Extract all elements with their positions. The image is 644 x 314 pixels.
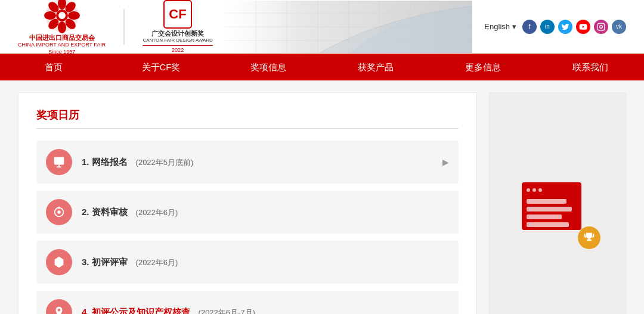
timeline-icon-2 bbox=[46, 199, 72, 225]
header-logos: 中国进出口商品交易会 CHINA IMPORT AND EXPORT FAIR … bbox=[18, 0, 213, 55]
svg-rect-36 bbox=[587, 240, 592, 241]
cf-logo-text: 广交会设计创新奖 CANTON FAIR DESIGN AWARD 2022 bbox=[143, 29, 213, 54]
youtube-icon[interactable] bbox=[576, 20, 590, 34]
nav-winners[interactable]: 获奖产品 bbox=[322, 54, 429, 80]
header: 中国进出口商品交易会 CHINA IMPORT AND EXPORT FAIR … bbox=[0, 0, 644, 54]
timeline-text-2: 2. 资料审核 (2022年6月) bbox=[82, 207, 178, 218]
award-graphic bbox=[522, 182, 593, 242]
svg-point-3 bbox=[68, 11, 80, 20]
linkedin-icon[interactable]: in bbox=[540, 20, 555, 34]
doc-line-1 bbox=[527, 199, 566, 204]
main-logo-icon bbox=[44, 0, 80, 33]
cf-logo: CF 广交会设计创新奖 CANTON FAIR DESIGN AWARD 202… bbox=[143, 0, 213, 54]
navbar: 首页 关于CF奖 奖项信息 获奖产品 更多信息 联系我们 bbox=[0, 54, 644, 80]
nav-award-info[interactable]: 奖项信息 bbox=[215, 54, 322, 80]
timeline-item-4[interactable]: 4. 初评公示及知识产权核查 (2022年6月-7月) bbox=[36, 291, 459, 314]
building-decoration bbox=[225, 1, 472, 53]
language-arrow: ▾ bbox=[512, 22, 516, 31]
right-image-area bbox=[490, 93, 626, 314]
nav-home[interactable]: 首页 bbox=[0, 54, 107, 80]
left-panel: 奖项日历 1. 网络报名 (2022年5月底前) ▶ 2. 资料审核 (2022… bbox=[18, 92, 477, 314]
logo-divider bbox=[123, 9, 125, 45]
main-logo: 中国进出口商品交易会 CHINA IMPORT AND EXPORT FAIR … bbox=[18, 0, 106, 55]
svg-point-34 bbox=[58, 309, 61, 312]
vk-icon[interactable]: vk bbox=[612, 20, 626, 34]
cf-logo-icon: CF bbox=[163, 0, 193, 29]
doc-dot-3 bbox=[538, 188, 542, 192]
svg-rect-25 bbox=[597, 23, 605, 30]
timeline-text-4: 4. 初评公示及知识产权核查 (2022年6月-7月) bbox=[82, 307, 255, 315]
svg-point-7 bbox=[44, 11, 56, 20]
doc-lines bbox=[527, 199, 577, 227]
nav-contact[interactable]: 联系我们 bbox=[537, 54, 644, 80]
doc-dot-2 bbox=[532, 188, 536, 192]
doc-dot-1 bbox=[527, 188, 530, 192]
doc-line-4 bbox=[527, 222, 569, 227]
timeline-icon-3 bbox=[46, 249, 72, 275]
main-logo-text: 中国进出口商品交易会 CHINA IMPORT AND EXPORT FAIR … bbox=[18, 33, 106, 56]
header-top-right: English ▾ f in vk bbox=[484, 20, 626, 34]
svg-rect-35 bbox=[588, 238, 591, 240]
right-sidebar: 奖项条款 bbox=[489, 92, 626, 314]
svg-text:CF: CF bbox=[169, 7, 186, 21]
doc-dots bbox=[527, 188, 577, 192]
doc-line-3 bbox=[527, 214, 562, 219]
timeline-text-1: 1. 网络报名 (2022年5月底前) bbox=[82, 157, 193, 168]
instagram-icon[interactable] bbox=[594, 20, 608, 34]
timeline-icon-1 bbox=[46, 149, 72, 175]
language-label: English bbox=[484, 22, 510, 31]
language-selector[interactable]: English ▾ bbox=[484, 22, 516, 31]
award-document bbox=[522, 182, 581, 230]
nav-more[interactable]: 更多信息 bbox=[429, 54, 537, 80]
svg-point-10 bbox=[58, 12, 66, 19]
svg-rect-28 bbox=[54, 157, 64, 165]
svg-point-32 bbox=[57, 210, 61, 214]
timeline-item-2[interactable]: 2. 资料审核 (2022年6月) bbox=[36, 191, 459, 234]
svg-point-26 bbox=[600, 25, 603, 28]
timeline-icon-4 bbox=[46, 299, 72, 314]
facebook-icon[interactable]: f bbox=[522, 20, 537, 34]
main-container: 奖项日历 1. 网络报名 (2022年5月底前) ▶ 2. 资料审核 (2022… bbox=[0, 80, 644, 314]
timeline-text-3: 3. 初评评审 (2022年6月) bbox=[82, 257, 178, 268]
twitter-icon[interactable] bbox=[558, 20, 572, 34]
social-icons-group: f in vk bbox=[522, 20, 626, 34]
doc-line-2 bbox=[527, 207, 572, 212]
timeline-arrow-1: ▶ bbox=[442, 157, 449, 167]
timeline-item-3[interactable]: 3. 初评评审 (2022年6月) bbox=[36, 241, 459, 284]
trophy-badge bbox=[578, 226, 600, 249]
section-title: 奖项日历 bbox=[36, 108, 459, 129]
timeline-item-1[interactable]: 1. 网络报名 (2022年5月底前) ▶ bbox=[36, 141, 459, 184]
nav-about[interactable]: 关于CF奖 bbox=[107, 54, 215, 80]
svg-point-5 bbox=[58, 21, 66, 33]
svg-point-27 bbox=[603, 24, 603, 25]
